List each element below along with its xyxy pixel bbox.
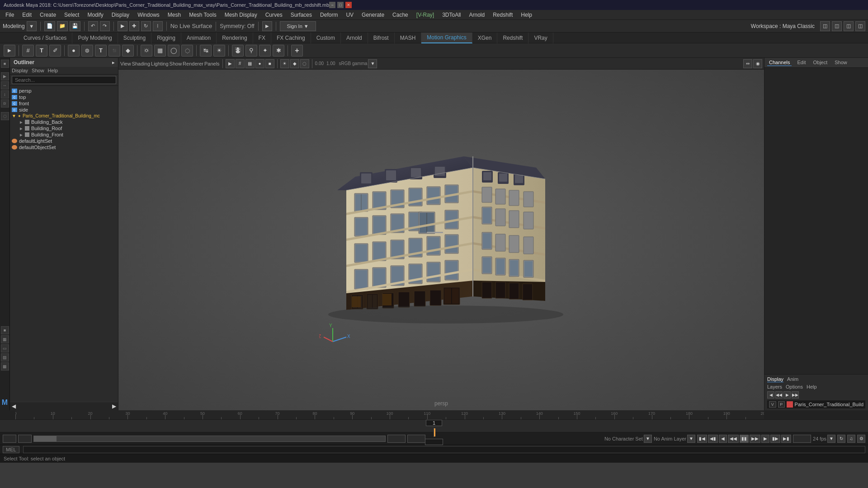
hair-btn[interactable]: ⚲ xyxy=(245,45,257,56)
open-btn[interactable]: 📁 xyxy=(57,21,68,31)
redo-btn[interactable]: ↷ xyxy=(100,21,110,31)
channels-tab[interactable]: Channels xyxy=(767,59,792,66)
go-to-start-btn[interactable]: ▮◀ xyxy=(697,435,707,443)
tab-mash[interactable]: MASH xyxy=(395,33,422,43)
render-btn[interactable]: ▶ xyxy=(262,21,272,31)
tab-curves-surfaces[interactable]: Curves / Surfaces xyxy=(18,33,72,43)
step-back-btn[interactable]: ◀▮ xyxy=(708,435,718,443)
cylinder-btn[interactable]: ◍ xyxy=(81,45,93,56)
tree-item-main-group[interactable]: ▼ ✦ Paris_Corner_Traditional_Building_mc xyxy=(10,113,118,119)
help-menu-item[interactable]: Help xyxy=(807,384,817,389)
step-fwd2-btn[interactable]: ▮▶ xyxy=(770,435,780,443)
move2-btn[interactable]: ↹ xyxy=(200,45,212,56)
script-input[interactable] xyxy=(23,446,865,453)
settings-btn[interactable]: ⚙ xyxy=(857,435,865,443)
fps-dropdown-btn[interactable]: ▼ xyxy=(827,435,835,443)
playback-scroll[interactable] xyxy=(33,436,386,442)
range-start-input[interactable]: 1 xyxy=(18,435,32,443)
viewport-content[interactable]: X Y Z persp xyxy=(118,70,764,410)
tree-item-front[interactable]: c front xyxy=(10,100,118,107)
tab-fx-caching[interactable]: FX Caching xyxy=(271,33,311,43)
menu-mesh-display[interactable]: Mesh Display xyxy=(221,11,261,19)
step-back2-btn[interactable]: ◀ xyxy=(719,435,727,443)
paint-btn[interactable]: ✐ xyxy=(49,45,61,56)
menu-modify[interactable]: Modify xyxy=(84,11,107,19)
menu-edit[interactable]: Edit xyxy=(19,11,35,19)
rotate-btn[interactable]: ↻ xyxy=(141,21,151,31)
workspace-icons4[interactable]: ◫ xyxy=(855,21,865,31)
add-btn[interactable]: + xyxy=(291,45,303,56)
shading-menu[interactable]: Shading xyxy=(132,61,150,66)
fl-btn5[interactable]: ⛭ xyxy=(1,99,9,108)
fl-btn2[interactable]: ▶ xyxy=(1,72,9,80)
fl-btn3[interactable]: ↔ xyxy=(1,81,9,89)
fl-btn11[interactable]: ▩ xyxy=(1,362,9,371)
particles-btn[interactable]: ✦ xyxy=(259,45,271,56)
menu-curves[interactable]: Curves xyxy=(262,11,286,19)
vp-wireframe-btn[interactable]: ▦ xyxy=(245,59,255,68)
tab-arnold[interactable]: Arnold xyxy=(341,33,368,43)
outliner-scroll-bar[interactable]: ◀ ▶ xyxy=(10,402,118,410)
menu-create[interactable]: Create xyxy=(36,11,60,19)
new-scene-btn[interactable]: 📄 xyxy=(44,21,55,31)
tree-item-top[interactable]: c top xyxy=(10,94,118,100)
menu-cache[interactable]: Cache xyxy=(389,11,412,19)
menu-select[interactable]: Select xyxy=(61,11,83,19)
timeline-scrub-area[interactable] xyxy=(434,428,434,437)
tree-item-side[interactable]: c side xyxy=(10,107,118,113)
fl-btn9[interactable]: ▭ xyxy=(1,344,9,352)
lighting-menu[interactable]: Lighting xyxy=(151,61,169,66)
vp-isolate-btn[interactable]: ◉ xyxy=(753,59,762,68)
tab-vray[interactable]: VRay xyxy=(528,33,553,43)
scale-btn[interactable]: ⁞ xyxy=(153,21,163,31)
tree-item-building-roof[interactable]: ► Building_Roof xyxy=(10,125,118,131)
menu-deform[interactable]: Deform xyxy=(316,11,341,19)
vp-camera-btn[interactable]: ▶ xyxy=(226,59,235,68)
tab-motion-graphics[interactable]: Motion Graphics xyxy=(421,33,472,43)
tab-bifrost[interactable]: Bifrost xyxy=(368,33,395,43)
tab-redshift[interactable]: Redshift xyxy=(497,33,528,43)
tree-item-lightset[interactable]: defaultLightSet xyxy=(10,138,118,144)
outliner-display-menu[interactable]: Display xyxy=(12,68,28,73)
renderer-menu[interactable]: Renderer xyxy=(183,61,203,66)
undo-btn[interactable]: ↶ xyxy=(88,21,98,31)
menu-vray[interactable]: [V-Ray] xyxy=(413,11,438,19)
play-back-btn[interactable]: ◀◀ xyxy=(728,435,739,443)
menu-display[interactable]: Display xyxy=(108,11,133,19)
menu-file[interactable]: File xyxy=(2,11,18,19)
tab-xgen[interactable]: XGen xyxy=(472,33,498,43)
close-button[interactable]: ✕ xyxy=(345,2,352,8)
menu-uv[interactable]: UV xyxy=(342,11,357,19)
menu-windows[interactable]: Windows xyxy=(134,11,163,19)
layer-next-btn[interactable]: ▶ xyxy=(783,391,791,399)
max-frame-input[interactable]: 200 xyxy=(407,435,425,443)
outliner-show-menu[interactable]: Show xyxy=(32,68,44,73)
menu-surfaces[interactable]: Surfaces xyxy=(287,11,316,19)
move-btn[interactable]: ✚ xyxy=(129,21,139,31)
go-to-end-btn[interactable]: ▶▮ xyxy=(781,435,791,443)
cube-text-btn[interactable]: T xyxy=(95,45,107,56)
workspace-icons3[interactable]: ◫ xyxy=(844,21,854,31)
menu-help[interactable]: Help xyxy=(517,11,536,19)
tab-custom[interactable]: Custom xyxy=(311,33,341,43)
tree-item-building-front[interactable]: ► Building_Front xyxy=(10,131,118,138)
fl-btn10[interactable]: ▨ xyxy=(1,353,9,361)
lattice-btn[interactable]: ▦ xyxy=(154,45,166,56)
vp-shadows-btn[interactable]: ◆ xyxy=(290,59,299,68)
minimize-button[interactable]: − xyxy=(329,2,335,8)
maximize-button[interactable]: □ xyxy=(337,2,344,8)
outliner-help-menu[interactable]: Help xyxy=(48,68,58,73)
layer-p-btn[interactable]: P xyxy=(778,401,785,408)
object-tab[interactable]: Object xyxy=(811,59,829,66)
panels-menu[interactable]: Panels xyxy=(204,61,220,66)
range-end-input[interactable]: 120 xyxy=(387,435,406,443)
tree-item-persp[interactable]: c persp xyxy=(10,88,118,94)
loop-btn[interactable]: ↻ xyxy=(837,435,845,443)
anim-tab[interactable]: Anim xyxy=(787,376,798,382)
outliner-search-input[interactable] xyxy=(12,76,116,84)
tree-item-building-back[interactable]: ► Building_Back xyxy=(10,119,118,125)
vp-lights-btn[interactable]: ☀ xyxy=(280,59,289,68)
vp-shaded-btn[interactable]: ● xyxy=(255,59,264,68)
tab-fx[interactable]: FX xyxy=(253,33,271,43)
fl-btn7[interactable]: ■ xyxy=(1,326,9,334)
